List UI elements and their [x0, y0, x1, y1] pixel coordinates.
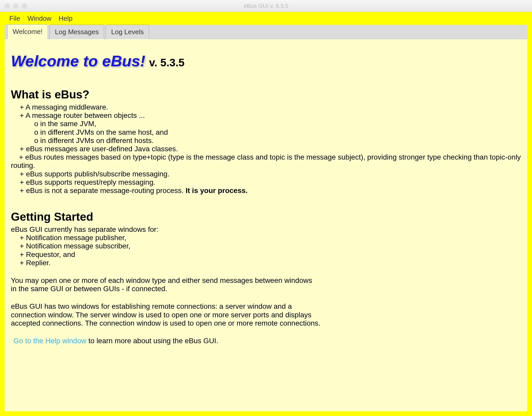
heading-getting-started: Getting Started — [11, 210, 521, 223]
list-subitem: o in different JVMs on the same host, an… — [11, 128, 521, 137]
help-link-line: Go to the Help window to learn more abou… — [11, 337, 521, 345]
inner-frame: Welcome! Log Messages Log Levels Welcome… — [5, 25, 527, 411]
menu-file[interactable]: File — [9, 15, 20, 23]
list-item: + eBus is not a separate message-routing… — [11, 187, 521, 195]
list-item: + A message router between objects ... — [11, 111, 521, 120]
app-container: File Window Help Welcome! Log Messages L… — [0, 12, 532, 416]
help-link[interactable]: Go to the Help window — [13, 337, 87, 345]
list-item: + eBus supports publish/subscribe messag… — [11, 170, 521, 178]
help-link-suffix: to learn more about using the eBus GUI. — [87, 337, 218, 345]
traffic-lights — [0, 3, 27, 9]
menubar: File Window Help — [0, 12, 532, 25]
menu-window[interactable]: Window — [27, 15, 51, 23]
paragraph-line: in the same GUI or between GUIs - if con… — [11, 285, 521, 293]
paragraph: eBus GUI has two windows for establishin… — [11, 302, 521, 327]
paragraph-line: eBus GUI has two windows for establishin… — [11, 302, 521, 311]
maximize-icon[interactable] — [22, 3, 27, 9]
list-item: + Replier. — [11, 259, 521, 267]
list-item: + Requestor, and — [11, 250, 521, 259]
hero-line: Welcome to eBus! v. 5.3.5 — [11, 52, 521, 70]
emphasis-text: It is your process. — [185, 187, 248, 195]
tab-bar: Welcome! Log Messages Log Levels — [5, 25, 527, 39]
list-item: + eBus messages are user-defined Java cl… — [11, 145, 521, 153]
heading-what-is-ebus: What is eBus? — [11, 88, 521, 101]
paragraph-line: accepted connections. The connection win… — [11, 319, 521, 327]
version-label: v. 5.3.5 — [149, 56, 184, 69]
window-titlebar: eBus GUI v. 5.3.5 — [0, 0, 532, 12]
list-item: + Notification message publisher, — [11, 234, 521, 242]
list-item: + A messaging middleware. — [11, 103, 521, 111]
window-title: eBus GUI v. 5.3.5 — [244, 3, 288, 9]
close-icon[interactable] — [5, 3, 10, 9]
tab-log-messages[interactable]: Log Messages — [49, 25, 104, 39]
tab-welcome[interactable]: Welcome! — [7, 24, 48, 39]
paragraph-line: You may open one or more of each window … — [11, 276, 521, 285]
menu-help[interactable]: Help — [59, 15, 72, 23]
list-item-text: + eBus is not a separate message-routing… — [20, 187, 185, 195]
list-subitem: o in different JVMs on different hosts. — [11, 137, 521, 145]
tab-log-levels[interactable]: Log Levels — [106, 25, 149, 39]
paragraph-line: connection window. The server window is … — [11, 311, 521, 319]
paragraph: You may open one or more of each window … — [11, 276, 521, 293]
welcome-title: Welcome to eBus! — [11, 52, 145, 70]
intro-text: eBus GUI currently has separate windows … — [11, 225, 521, 234]
list-item: + eBus supports request/reply messaging. — [11, 178, 521, 187]
content-area: Welcome to eBus! v. 5.3.5 What is eBus? … — [5, 39, 527, 411]
list-subitem: o in the same JVM, — [11, 120, 521, 128]
minimize-icon[interactable] — [13, 3, 18, 9]
list-item: + Notification message subscriber, — [11, 242, 521, 250]
list-item: + eBus routes messages based on type+top… — [11, 153, 521, 170]
